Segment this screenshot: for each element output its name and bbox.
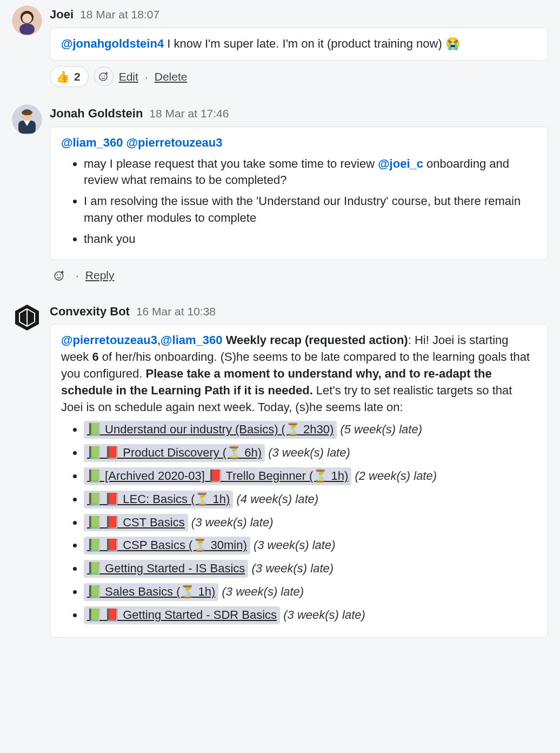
mention[interactable]: @liam_360 xyxy=(161,333,222,347)
message-bubble: @jonahgoldstein4 I know I'm super late. … xyxy=(50,28,548,61)
message-text: I know I'm super late. I'm on it (produc… xyxy=(164,37,460,50)
course-item: 📗 Getting Started - IS Basics (3 week(s)… xyxy=(84,560,537,578)
mention[interactable]: @pierretouzeau3 xyxy=(126,136,223,149)
post-joei: Joei 18 Mar at 18:07 @jonahgoldstein4 I … xyxy=(0,2,560,91)
course-item: 📗 Sales Basics (⏳ 1h) (3 week(s) late) xyxy=(84,583,537,601)
svg-point-10 xyxy=(55,272,63,280)
smiley-plus-icon xyxy=(98,71,109,82)
avatar[interactable] xyxy=(12,302,42,333)
post-actions: · Reply xyxy=(50,266,548,285)
post-body: Joei 18 Mar at 18:07 @jonahgoldstein4 I … xyxy=(50,5,548,87)
post-timestamp: 16 Mar at 10:38 xyxy=(136,303,216,319)
late-label: (3 week(s) late) xyxy=(280,608,365,622)
avatar-image xyxy=(12,5,42,36)
smiley-plus-icon xyxy=(54,269,65,281)
separator: · xyxy=(144,69,149,84)
bullet-list: may I please request that you take some … xyxy=(61,156,537,248)
recap-heading: Weekly recap (requested action) xyxy=(226,333,408,347)
post-timestamp: 18 Mar at 18:07 xyxy=(80,6,159,22)
svg-rect-3 xyxy=(19,24,35,35)
add-reaction-button[interactable] xyxy=(50,266,69,285)
add-reaction-button[interactable] xyxy=(94,67,114,86)
mention[interactable]: @jonahgoldstein4 xyxy=(61,37,164,50)
course-link[interactable]: 📗 Understand our industry (Basics) (⏳ 2h… xyxy=(84,421,337,439)
post-header: Jonah Goldstein 18 Mar at 17:46 xyxy=(50,104,548,126)
avatar[interactable] xyxy=(12,104,42,135)
post-body: Jonah Goldstein 18 Mar at 17:46 @liam_36… xyxy=(50,104,548,285)
course-link[interactable]: 📗 Getting Started - IS Basics xyxy=(84,560,248,578)
post-body: Convexity Bot 16 Mar at 10:38 @pierretou… xyxy=(50,302,548,638)
post-jonah: Jonah Goldstein 18 Mar at 17:46 @liam_36… xyxy=(0,101,560,289)
svg-point-4 xyxy=(99,73,107,81)
svg-point-6 xyxy=(104,76,105,77)
svg-point-2 xyxy=(22,14,32,23)
avatar-image xyxy=(12,104,42,135)
list-item: I am resolving the issue with the 'Under… xyxy=(84,193,537,227)
late-label: (4 week(s) late) xyxy=(233,492,318,506)
reaction-thumbs-up[interactable]: 👍 2 xyxy=(50,66,89,87)
author-name[interactable]: Jonah Goldstein xyxy=(50,105,143,122)
course-item: 📗 📕 CST Basics (3 week(s) late) xyxy=(84,514,537,532)
course-list: 📗 Understand our industry (Basics) (⏳ 2h… xyxy=(61,421,537,624)
mention[interactable]: @pierretouzeau3 xyxy=(61,333,157,347)
late-label: (3 week(s) late) xyxy=(250,538,336,552)
mention[interactable]: @joei_c xyxy=(378,157,423,170)
late-label: (3 week(s) late) xyxy=(188,516,274,529)
author-name[interactable]: Convexity Bot xyxy=(50,303,130,320)
course-item: 📗 📕 CSP Basics (⏳ 30min) (3 week(s) late… xyxy=(84,537,537,554)
post-actions: 👍 2 Edit · Delete xyxy=(50,66,548,87)
svg-point-5 xyxy=(101,76,102,77)
svg-point-11 xyxy=(57,274,58,275)
post-header: Joei 18 Mar at 18:07 xyxy=(50,5,548,27)
course-link[interactable]: 📗 📕 LEC: Basics (⏳ 1h) xyxy=(84,491,233,508)
separator: · xyxy=(75,267,80,283)
reply-link[interactable]: Reply xyxy=(85,267,115,283)
course-link[interactable]: 📗 [Archived 2020-03] 📕 Trello Beginner (… xyxy=(84,467,351,485)
late-label: (3 week(s) late) xyxy=(248,562,334,575)
course-item: 📗 [Archived 2020-03] 📕 Trello Beginner (… xyxy=(84,467,537,485)
edit-link[interactable]: Edit xyxy=(119,69,138,84)
post-timestamp: 18 Mar at 17:46 xyxy=(149,105,229,121)
late-label: (3 week(s) late) xyxy=(218,585,304,598)
course-link[interactable]: 📗 📕 CSP Basics (⏳ 30min) xyxy=(84,537,250,554)
course-link[interactable]: 📗 Sales Basics (⏳ 1h) xyxy=(84,583,218,601)
author-name[interactable]: Joei xyxy=(50,6,74,23)
message-bubble: @liam_360 @pierretouzeau3 may I please r… xyxy=(50,127,548,260)
course-item: 📗 📕 Product Discovery (⏳ 6h) (3 week(s) … xyxy=(84,444,537,462)
avatar[interactable] xyxy=(12,5,42,36)
list-item: may I please request that you take some … xyxy=(84,156,537,189)
thumbs-up-icon: 👍 xyxy=(56,69,70,84)
course-item: 📗 📕 LEC: Basics (⏳ 1h) (4 week(s) late) xyxy=(84,491,537,508)
bot-intro: @pierretouzeau3,@liam_360 Weekly recap (… xyxy=(61,332,537,415)
late-label: (5 week(s) late) xyxy=(337,422,422,436)
course-link[interactable]: 📗 📕 CST Basics xyxy=(84,514,188,532)
course-item: 📗 📕 Getting Started - SDR Basics (3 week… xyxy=(84,606,537,624)
post-header: Convexity Bot 16 Mar at 10:38 xyxy=(50,302,548,323)
course-item: 📗 Understand our industry (Basics) (⏳ 2h… xyxy=(84,421,537,439)
svg-point-12 xyxy=(60,274,61,275)
list-item: thank you xyxy=(84,231,537,248)
reaction-count: 2 xyxy=(74,69,81,84)
mention[interactable]: @liam_360 xyxy=(61,136,123,149)
message-bubble: @pierretouzeau3,@liam_360 Weekly recap (… xyxy=(50,324,548,637)
post-bot: Convexity Bot 16 Mar at 10:38 @pierretou… xyxy=(0,299,560,642)
course-link[interactable]: 📗 📕 Getting Started - SDR Basics xyxy=(84,606,280,624)
week-number: 6 xyxy=(92,350,98,364)
late-label: (2 week(s) late) xyxy=(351,469,437,483)
bot-icon xyxy=(12,302,42,333)
message-feed: Joei 18 Mar at 18:07 @jonahgoldstein4 I … xyxy=(0,0,560,653)
late-label: (3 week(s) late) xyxy=(265,446,350,459)
course-link[interactable]: 📗 📕 Product Discovery (⏳ 6h) xyxy=(84,444,265,462)
delete-link[interactable]: Delete xyxy=(155,69,188,84)
